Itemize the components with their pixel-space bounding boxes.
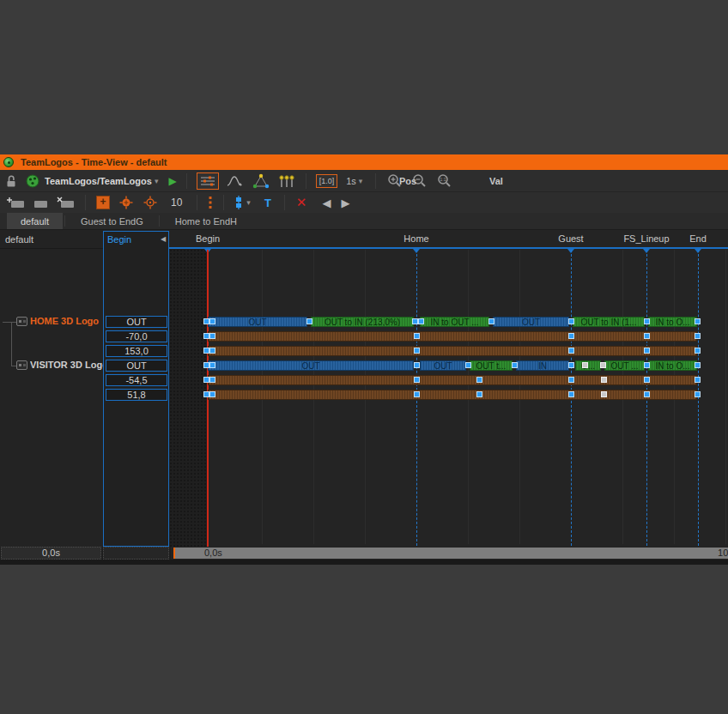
delete-keyframe-button[interactable]: ✕	[296, 195, 307, 210]
keyframe-marker[interactable]	[418, 318, 424, 324]
timeline-canvas[interactable]: BeginHomeGuestFS_LineupEndOUTOUT to IN (…	[169, 230, 728, 547]
previous-keyframe-button[interactable]: ◀	[322, 197, 331, 209]
more-options-button[interactable]	[209, 197, 212, 209]
keyframe-marker[interactable]	[512, 362, 518, 368]
add-layer-button[interactable]	[7, 197, 26, 209]
timeline-segment[interactable]	[208, 390, 697, 400]
keyframe-marker[interactable]	[568, 377, 574, 383]
begin-value-field[interactable]: OUT	[106, 360, 167, 372]
timeline-segment[interactable]: OUT t...	[470, 360, 513, 371]
column-collapse-icon[interactable]: ◀	[161, 235, 166, 243]
keyframe-marker[interactable]	[568, 318, 574, 324]
keyframe-marker[interactable]	[414, 333, 420, 339]
timeline-segment[interactable]: OUT	[208, 317, 307, 327]
begin-column-header[interactable]: Begin	[107, 234, 131, 245]
begin-value-field[interactable]: 153,0	[106, 345, 167, 357]
color-triangle-button[interactable]	[252, 173, 270, 189]
keyframe-marker[interactable]	[568, 348, 574, 354]
loop-value-button[interactable]: [1.0]	[316, 174, 338, 188]
timeline-segment[interactable]: IN to OUT ...	[420, 317, 489, 327]
keyframe-marker[interactable]	[209, 362, 215, 368]
timeline-segment[interactable]: IN to O...	[648, 360, 697, 371]
timeline-segment[interactable]: OUT	[420, 360, 466, 371]
keyframe-marker[interactable]	[412, 318, 418, 324]
keyframe-marker[interactable]	[414, 348, 420, 354]
timeline-scrollbar-thumb[interactable]: 0,0s 10,0s	[173, 548, 728, 559]
keyframe-marker[interactable]	[695, 391, 701, 397]
keyframe-marker[interactable]	[644, 318, 650, 324]
scene-button[interactable]	[26, 174, 39, 188]
lock-button[interactable]	[5, 174, 17, 188]
timeline-segment[interactable]: OUT to IN (1...	[573, 317, 645, 327]
time-step-value[interactable]: 1s	[346, 176, 356, 186]
add-keyframe-button[interactable]: +	[96, 196, 110, 209]
begin-value-field[interactable]: -70,0	[106, 330, 167, 342]
tab-guest-to-endg[interactable]: Guest to EndG	[67, 213, 157, 229]
begin-value-field[interactable]: OUT	[106, 316, 167, 328]
keyframe-marker[interactable]	[695, 362, 701, 368]
timeline-segment[interactable]: OUT ...	[604, 360, 645, 371]
next-keyframe-button[interactable]: ▶	[341, 197, 349, 209]
timeline-scrollbar-track[interactable]: 0,0s 10,0s	[171, 547, 728, 560]
zoom-reset-button[interactable]: 1:1	[437, 173, 452, 188]
keyframe-marker[interactable]	[695, 333, 701, 339]
keyframe-marker[interactable]	[695, 377, 701, 383]
time-step-dropdown-icon[interactable]: ▾	[359, 177, 363, 185]
keyframe-marker[interactable]	[644, 377, 650, 383]
timeline-segment[interactable]: OUT	[208, 360, 414, 371]
keyframe-marker[interactable]	[476, 377, 482, 383]
scene-path[interactable]: TeamLogos/TeamLogos	[45, 176, 152, 186]
keyframe-marker[interactable]	[414, 362, 420, 368]
begin-value-field[interactable]: 51,8	[106, 389, 167, 401]
keyframe-marker[interactable]	[203, 362, 209, 368]
play-button[interactable]: ▶	[168, 175, 176, 187]
keyframe-marker[interactable]	[695, 318, 701, 324]
keyframe-spinner-value[interactable]: 10	[171, 197, 182, 209]
channel-view-button[interactable]	[197, 172, 219, 190]
keyframe-marker[interactable]	[209, 333, 215, 339]
keyframe-marker[interactable]	[203, 333, 209, 339]
keyframe-marker[interactable]	[601, 391, 607, 397]
pins-button[interactable]	[278, 174, 295, 188]
curve-editor-button[interactable]	[227, 174, 244, 188]
keyframe-marker[interactable]	[209, 348, 215, 354]
keyframe-marker[interactable]	[209, 318, 215, 324]
keyframe-marker[interactable]	[568, 333, 574, 339]
keyframe-marker[interactable]	[695, 348, 701, 354]
begin-value-field[interactable]: -54,5	[106, 374, 167, 386]
keyframe-marker[interactable]	[600, 362, 606, 368]
keyframe-marker[interactable]	[203, 391, 209, 397]
keyframe-marker[interactable]	[568, 391, 574, 397]
stack-dropdown-icon[interactable]: ▾	[246, 198, 251, 207]
track-label[interactable]: VISITOR 3D Logo	[30, 360, 103, 370]
keyframe-marker[interactable]	[488, 318, 494, 324]
keyframe-marker[interactable]	[644, 362, 650, 368]
tab-home-to-endh[interactable]: Home to EndH	[161, 213, 251, 229]
keyframe-marker[interactable]	[601, 377, 607, 383]
timeline-segment[interactable]: IN	[516, 360, 569, 371]
keyframe-target-hollow-button[interactable]	[143, 196, 157, 209]
keyframe-marker[interactable]	[644, 391, 650, 397]
keyframe-marker[interactable]	[465, 362, 471, 368]
scene-dropdown-icon[interactable]: ▾	[155, 177, 159, 185]
keyframe-marker[interactable]	[414, 377, 420, 383]
tab-default[interactable]: default	[7, 213, 63, 229]
timeline-segment[interactable]: IN to O...	[648, 317, 697, 327]
layer-button[interactable]	[33, 197, 50, 209]
keyframe-marker[interactable]	[209, 377, 215, 383]
track-label[interactable]: HOME 3D Logo	[30, 316, 103, 326]
keyframe-marker[interactable]	[203, 377, 209, 383]
timeline-segment[interactable]: OUT	[493, 317, 569, 327]
keyframe-marker[interactable]	[476, 391, 482, 397]
timeline-segment[interactable]	[208, 375, 697, 385]
keyframe-target-filled-button[interactable]	[119, 196, 133, 209]
keyframe-marker[interactable]	[209, 391, 215, 397]
keyframe-marker[interactable]	[582, 362, 588, 368]
keyframe-marker[interactable]	[568, 362, 574, 368]
keyframe-marker[interactable]	[644, 348, 650, 354]
title-bar[interactable]: TeamLogos - Time-View - default	[0, 154, 728, 170]
keyframe-marker[interactable]	[306, 318, 312, 324]
keyframe-marker[interactable]	[644, 333, 650, 339]
timeline-segment[interactable]	[208, 331, 697, 342]
keyframe-stack-button[interactable]	[234, 196, 244, 209]
